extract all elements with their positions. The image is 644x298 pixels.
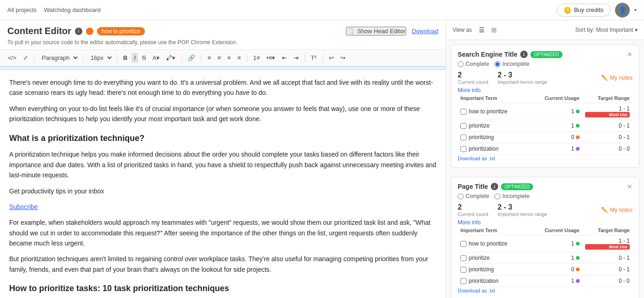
col-usage-2: Current Usage [528, 226, 582, 235]
paragraph-select[interactable]: Paragraph Heading 1 Heading 2 Heading 3 [38, 53, 79, 63]
current-count-value-1: 2 [458, 71, 489, 79]
download-txt-2[interactable]: Download as .txt [458, 288, 495, 293]
view-controls: View as ☰ ⊞ Sort by: Most Important ▾ [446, 20, 644, 40]
ordered-list-icon: 1≡ [253, 54, 260, 61]
topic-badge[interactable]: how to prioritize [97, 27, 145, 35]
toolbar-divider-3 [117, 54, 117, 62]
card-header-1: Search Engine Title i OPTIMIZED ✕ [458, 51, 632, 58]
strikethrough-button[interactable]: S [140, 53, 149, 63]
complete-radio-1[interactable]: Complete [458, 61, 489, 67]
col-term-1: Important Term [458, 93, 528, 103]
card-header-2: Page Title i OPTIMIZED ✕ [458, 183, 632, 190]
toolbar-divider-5 [201, 54, 201, 62]
more-info-link-2[interactable]: More info [458, 219, 481, 226]
indent-button[interactable]: ⇥ [291, 53, 301, 63]
para-1: There's never enough time to do everythi… [9, 77, 437, 98]
highlight-icon: 🖍▾ [166, 54, 175, 61]
undo-button[interactable]: ↩ [327, 53, 336, 63]
text-color-button[interactable]: A▾ [150, 53, 162, 63]
grid-icon: ⊞ [491, 26, 497, 34]
sort-control[interactable]: Sort by: Most Important ▾ [575, 27, 638, 33]
toolbar-divider-1 [34, 54, 34, 62]
redo-button[interactable]: ↪ [338, 53, 348, 63]
my-notes-2[interactable]: ✏️ My notes [601, 203, 632, 217]
grid-view-button[interactable]: ⊞ [490, 25, 498, 35]
bold-button[interactable]: B [121, 53, 130, 63]
my-notes-1[interactable]: ✏️ My notes [601, 71, 632, 85]
col-target-2: Target Range [582, 226, 632, 235]
card-title-text-2: Page Title [458, 183, 488, 190]
para-5: For example, when stakeholders would app… [9, 217, 437, 248]
font-size-select[interactable]: 16px 12px 14px 18px 24px [87, 53, 113, 63]
toolbar-divider-7 [305, 54, 305, 62]
term-label: prioritizing [469, 134, 494, 140]
watchdog-dashboard-link[interactable]: Watchdog dashboard [44, 6, 101, 13]
chevron-down-icon[interactable]: ▾ [634, 7, 637, 12]
para-2: When everything on your to-do list feels… [9, 104, 437, 124]
top-nav-left: All projects Watchdog dashboard [7, 6, 101, 13]
incomplete-radio-1[interactable]: Incomplete [494, 61, 529, 67]
editor-content[interactable]: There's never enough time to do everythi… [0, 70, 446, 298]
avatar[interactable]: 👤 [615, 3, 630, 18]
link-button[interactable]: 🔗 [185, 53, 197, 63]
list-icon: ☰ [479, 26, 485, 34]
align-right-button[interactable]: ≡ [225, 53, 233, 63]
info-icon[interactable]: i [75, 28, 82, 35]
align-justify-button[interactable]: ≡ [235, 53, 243, 63]
italic-button[interactable]: I [132, 53, 138, 63]
editor-ruler [0, 66, 446, 70]
card-info-icon-1[interactable]: i [520, 51, 528, 58]
incomplete-radio-2[interactable]: Incomplete [494, 193, 529, 199]
editor-toolbar: </> ⤢ Paragraph Heading 1 Heading 2 Head… [0, 50, 446, 66]
subscribe-link[interactable]: Subscribe [9, 203, 38, 210]
align-center-button[interactable]: ≡ [215, 53, 224, 63]
term-label: how to prioritize [469, 240, 507, 247]
card-close-button-2[interactable]: ✕ [627, 183, 632, 190]
term-label: prioritization [469, 278, 499, 284]
align-left-button[interactable]: ≡ [205, 53, 213, 63]
expand-button[interactable]: ⤢ [21, 53, 30, 63]
pencil-icon-1: ✏️ [601, 75, 608, 81]
indent-icon: ⇥ [293, 54, 299, 61]
em-have: have [236, 89, 249, 96]
outdent-button[interactable]: ⇤ [280, 53, 289, 63]
toolbar-divider-4 [181, 54, 182, 62]
para-subscribe: Subscribe [9, 202, 437, 212]
target-range-value-2: 2 - 3 [498, 203, 547, 211]
sort-label: Sort by: [575, 27, 594, 33]
card-title-text-1: Search Engine Title [458, 51, 518, 58]
all-projects-link[interactable]: All projects [7, 6, 37, 13]
card-info-icon-2[interactable]: i [491, 183, 498, 190]
editor-header: Content Editor i how to prioritize 🗒️ Sh… [0, 20, 446, 50]
col-term-2: Important Term [458, 226, 528, 235]
table-row: prioritization1 0 - 0 [458, 143, 632, 155]
download-txt-1[interactable]: Download as .txt [458, 156, 495, 161]
complete-radio-2[interactable]: Complete [458, 193, 489, 199]
search-engine-title-card: Search Engine Title i OPTIMIZED ✕ Comple… [451, 45, 639, 168]
toolbar-divider-2 [83, 54, 83, 62]
buy-credits-button[interactable]: 🪙 Buy credits [557, 4, 610, 17]
sort-value: Most Important [596, 27, 633, 33]
editor-title-row: Content Editor i how to prioritize 🗒️ Sh… [7, 26, 438, 36]
col-target-1: Target Range [582, 93, 632, 103]
para-3: A prioritization technique helps you mak… [9, 149, 437, 180]
unordered-list-icon: •≡▾ [266, 54, 275, 61]
ordered-list-button[interactable]: 1≡ [251, 53, 263, 63]
superscript-button[interactable]: T² [309, 53, 319, 63]
download-link[interactable]: Download [412, 28, 438, 35]
editor-panel: Content Editor i how to prioritize 🗒️ Sh… [0, 20, 446, 298]
more-info-link-1[interactable]: More info [458, 87, 481, 93]
list-view-button[interactable]: ☰ [477, 25, 486, 35]
unordered-list-button[interactable]: •≡▾ [264, 53, 277, 63]
align-justify-icon: ≡ [237, 54, 241, 61]
heading-2: How to prioritize tasks: 10 task priorit… [9, 282, 437, 295]
show-head-editor-button[interactable]: 🗒️ Show Head Editor [346, 27, 406, 35]
stats-row-2: 2 Current count 2 - 3 Important terms ra… [458, 203, 632, 217]
code-view-button[interactable]: </> [6, 53, 19, 63]
target-range-2: 2 - 3 Important terms range [498, 203, 547, 217]
undo-icon: ↩ [329, 54, 334, 61]
highlight-button[interactable]: 🖍▾ [164, 53, 178, 63]
table-row: prioritizing0 0 - 1 [458, 264, 632, 275]
sort-chevron-icon: ▾ [635, 27, 638, 33]
card-close-button-1[interactable]: ✕ [627, 51, 632, 58]
